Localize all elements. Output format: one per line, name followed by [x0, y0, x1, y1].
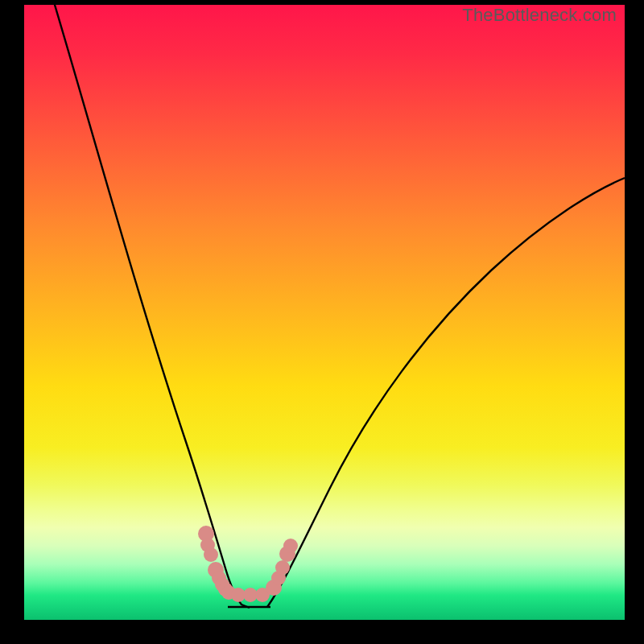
svg-point-15 — [283, 539, 298, 553]
svg-point-13 — [275, 560, 290, 575]
watermark-text: TheBottleneck.com — [462, 5, 617, 26]
chart-overlay — [24, 5, 625, 620]
curve-left — [52, 5, 250, 608]
svg-point-2 — [204, 547, 218, 562]
curve-right — [267, 178, 625, 607]
valley-markers — [198, 526, 298, 602]
